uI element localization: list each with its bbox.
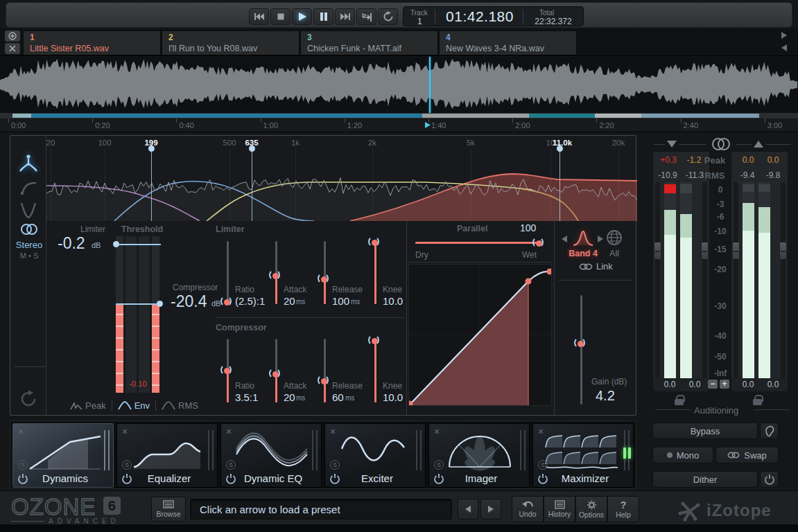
drag-handle[interactable] — [104, 430, 105, 470]
limiter-attack-value[interactable]: 20 — [284, 295, 295, 307]
meter-zoom-in-button[interactable]: + — [720, 380, 729, 389]
skip-forward-button[interactable] — [335, 8, 355, 25]
crossover-handle-11k[interactable] — [557, 145, 563, 152]
loop-segment[interactable] — [31, 114, 422, 118]
band-gain-slider[interactable] — [580, 295, 582, 405]
loop-button[interactable] — [378, 8, 398, 25]
module-tile-imager[interactable]: × S Imager — [428, 423, 530, 488]
help-button[interactable]: ? Help — [607, 496, 639, 522]
close-tab-button[interactable] — [5, 43, 20, 54]
options-button[interactable]: Options — [575, 496, 607, 522]
preset-prev-button[interactable] — [458, 499, 478, 520]
drag-handle[interactable] — [212, 430, 214, 470]
dither-power-button[interactable] — [760, 471, 779, 488]
solo-module-icon[interactable]: S — [330, 460, 340, 470]
playhead-cursor[interactable] — [429, 57, 431, 119]
compressor-threshold-value[interactable]: -20.4 — [171, 292, 207, 311]
parallel-value[interactable]: 100 — [520, 222, 536, 233]
pause-button[interactable] — [313, 8, 333, 25]
limiter-release-value[interactable]: 100 — [332, 295, 349, 307]
compressor-knee-handle[interactable] — [368, 335, 379, 346]
loop-segment[interactable] — [595, 114, 641, 118]
detector-env-option[interactable]: Env — [118, 400, 150, 411]
output-fader-right[interactable] — [781, 182, 786, 378]
parallel-handle[interactable] — [532, 237, 544, 248]
drag-handle[interactable] — [208, 430, 209, 470]
tab-track-2[interactable]: 2 I'll Run to You R08.wav — [162, 30, 300, 55]
band-prev-button[interactable] — [562, 236, 567, 242]
play-button[interactable] — [292, 8, 312, 25]
compressor-release-value[interactable]: 60 — [332, 391, 344, 403]
tab-scroll-right-button[interactable] — [781, 32, 787, 39]
output-lock-icon[interactable] — [753, 399, 762, 405]
module-tile-maximizer[interactable]: × S Maximizer — [532, 423, 634, 488]
dither-button[interactable]: Dither — [652, 471, 758, 488]
timeline-ruler[interactable]: 0:000:200:401:001:201:402:002:202:403:00 — [0, 118, 798, 132]
limiter-ratio-slider[interactable] — [227, 241, 229, 304]
limiter-threshold-line[interactable] — [116, 244, 161, 245]
solo-module-icon[interactable]: S — [18, 460, 28, 470]
all-bands-label[interactable]: All — [605, 249, 623, 258]
drag-handle[interactable] — [316, 430, 318, 470]
module-tile-exciter[interactable]: × S Exciter — [324, 423, 426, 488]
stereo-ms-selector[interactable]: Stereo M • S — [19, 223, 47, 260]
tab-track-4[interactable]: 4 New Waves 3-4 NRa.wav — [439, 30, 577, 55]
limiter-release-handle[interactable] — [318, 273, 329, 284]
playhead-marker-icon[interactable] — [424, 121, 431, 129]
module-tile-equalizer[interactable]: × S Equalizer — [116, 423, 218, 488]
crossover-handle-199[interactable] — [148, 145, 155, 152]
link-toggle[interactable]: Link — [579, 261, 613, 272]
band-gain-handle[interactable] — [574, 337, 585, 348]
compressor-ratio-handle[interactable] — [220, 364, 232, 375]
band-next-button[interactable] — [598, 236, 603, 242]
drag-handle[interactable] — [108, 430, 110, 470]
crossover-frequency-label[interactable]: 11.0k — [553, 139, 572, 147]
solo-module-icon[interactable]: S — [122, 460, 132, 470]
meter-zoom-out-button[interactable]: − — [708, 380, 718, 389]
band-shape-icon[interactable] — [572, 228, 594, 247]
module-tile-dynamics[interactable]: × S Dynamics — [12, 423, 114, 488]
preset-next-button[interactable] — [480, 499, 501, 520]
mono-button[interactable]: Mono — [652, 447, 713, 463]
loop-segment[interactable] — [529, 114, 595, 118]
crossover-handle-635[interactable] — [249, 145, 255, 152]
chain-pause-indicator[interactable] — [623, 447, 631, 459]
solo-module-icon[interactable]: S — [226, 460, 236, 470]
undo-button[interactable]: Undo — [512, 496, 544, 522]
loop-segment[interactable] — [422, 114, 529, 118]
tab-scroll-left-button[interactable] — [781, 44, 787, 51]
drag-handle[interactable] — [520, 430, 521, 470]
compressor-attack-handle[interactable] — [269, 368, 280, 379]
ear-audition-button[interactable] — [760, 423, 779, 439]
limiter-attack-handle[interactable] — [269, 269, 280, 281]
skip-back-button[interactable] — [249, 8, 269, 25]
compressor-ratio-value[interactable]: 3.5:1 — [235, 391, 258, 403]
output-fader-left-handle[interactable] — [732, 242, 740, 260]
tab-track-3[interactable]: 3 Chicken Funk - MATT.aif — [300, 30, 438, 55]
solo-module-icon[interactable]: S — [538, 460, 548, 470]
loop-segment[interactable] — [12, 114, 31, 118]
loop-segment[interactable] — [641, 114, 759, 118]
threshold-meter[interactable] — [116, 236, 159, 393]
drag-handle[interactable] — [312, 430, 313, 470]
input-lock-icon[interactable] — [675, 399, 684, 405]
goto-end-button[interactable] — [356, 8, 376, 25]
reset-button[interactable] — [19, 389, 39, 411]
solo-module-icon[interactable]: S — [434, 460, 444, 470]
compressor-threshold-handle[interactable] — [157, 301, 163, 307]
waveform-overview[interactable] — [0, 57, 798, 113]
preset-field[interactable]: Click an arrow to load a preset — [190, 499, 452, 520]
limiter-knee-value[interactable]: 10.0 — [383, 295, 403, 307]
limiter-knee-handle[interactable] — [368, 236, 379, 247]
history-button[interactable]: History — [544, 496, 575, 522]
compressor-threshold-line[interactable] — [116, 303, 161, 305]
band-gain-value[interactable]: 4.2 — [596, 388, 615, 404]
limiter-threshold-value[interactable]: -0.2 — [58, 234, 85, 253]
add-tab-button[interactable] — [5, 30, 20, 42]
ms-label[interactable]: M • S — [11, 251, 47, 260]
drag-handle[interactable] — [524, 430, 526, 470]
compressor-attack-value[interactable]: 20 — [284, 391, 295, 403]
detector-rms-option[interactable]: RMS — [162, 400, 198, 411]
limiter-ratio-handle[interactable] — [220, 296, 232, 307]
drag-handle[interactable] — [420, 430, 422, 470]
